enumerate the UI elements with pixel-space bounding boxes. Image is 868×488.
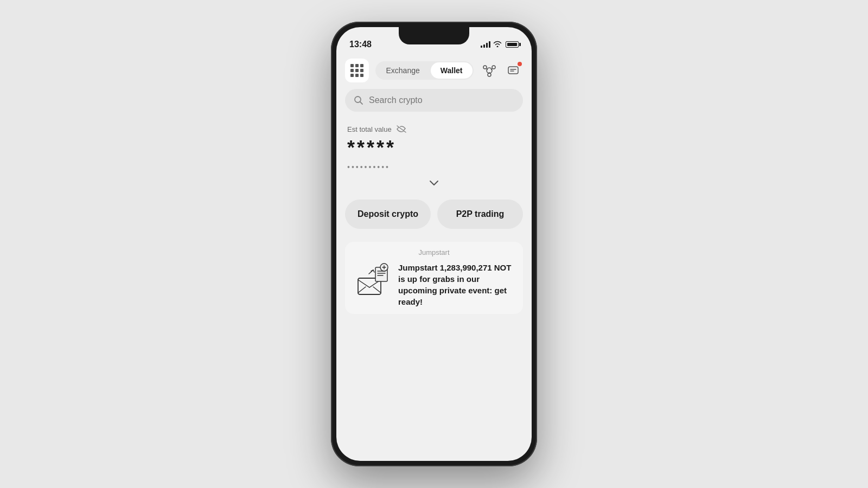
deposit-crypto-button[interactable]: Deposit crypto — [345, 200, 431, 229]
status-time: 13:48 — [349, 40, 372, 49]
svg-point-1 — [483, 66, 487, 69]
jumpstart-content: Jumpstart 1,283,990,271 NOT is up for gr… — [354, 262, 514, 307]
chevron-down-button[interactable] — [347, 178, 521, 191]
p2p-trading-button[interactable]: P2P trading — [437, 200, 523, 229]
network-icon — [482, 63, 497, 78]
menu-button[interactable] — [345, 59, 369, 82]
svg-point-2 — [492, 66, 495, 69]
app-content: Exchange Wallet — [336, 54, 532, 314]
balance-sub: •••••••••• — [347, 163, 521, 171]
battery-icon — [506, 41, 519, 48]
svg-line-11 — [360, 102, 363, 105]
top-nav: Exchange Wallet — [345, 54, 523, 89]
phone-screen: 13:48 — [336, 27, 532, 461]
svg-rect-7 — [508, 67, 518, 74]
search-icon — [354, 95, 363, 105]
svg-line-14 — [373, 287, 381, 293]
signal-icon — [481, 41, 490, 48]
est-total-label: Est total value — [347, 125, 521, 133]
chevron-down-icon — [429, 180, 439, 187]
jumpstart-text: Jumpstart 1,283,990,271 NOT is up for gr… — [398, 262, 514, 307]
eye-off-icon[interactable] — [396, 125, 407, 133]
network-button[interactable] — [480, 61, 499, 80]
jumpstart-label: Jumpstart — [354, 248, 514, 256]
balance-section: Est total value ***** •••••••••• — [345, 123, 523, 200]
nav-actions — [480, 61, 523, 80]
status-icons — [481, 41, 519, 49]
notch — [399, 27, 469, 44]
jumpstart-envelope-icon — [354, 262, 392, 300]
wifi-icon — [493, 41, 502, 49]
tab-wallet[interactable]: Wallet — [431, 62, 473, 79]
balance-main: ***** — [347, 137, 521, 159]
tab-group: Exchange Wallet — [375, 61, 474, 80]
search-input[interactable] — [369, 95, 514, 105]
svg-point-3 — [488, 73, 491, 76]
search-bar[interactable] — [345, 89, 523, 112]
chat-badge — [518, 62, 522, 66]
svg-line-13 — [358, 287, 366, 293]
phone-frame: 13:48 — [331, 22, 537, 466]
jumpstart-section: Jumpstart — [345, 242, 523, 314]
grid-icon — [350, 64, 363, 77]
chat-button[interactable] — [503, 61, 523, 80]
tab-exchange[interactable]: Exchange — [376, 62, 430, 79]
action-buttons: Deposit crypto P2P trading — [345, 200, 523, 229]
